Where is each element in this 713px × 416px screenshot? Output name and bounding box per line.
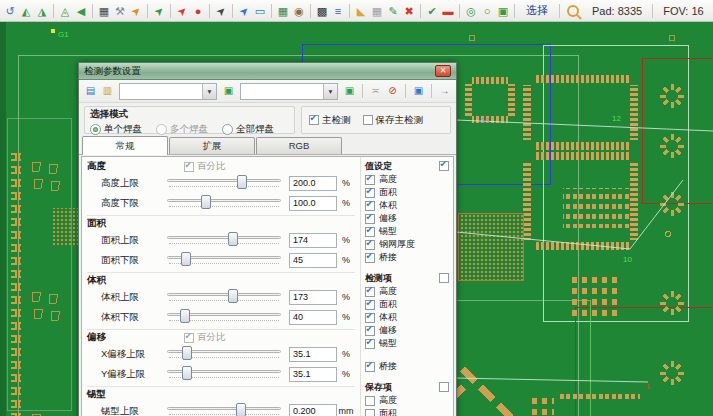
mirror-icon[interactable]: ◬ xyxy=(57,3,73,19)
magnifier-icon[interactable] xyxy=(567,5,579,17)
delete-icon[interactable]: ✖ xyxy=(401,3,417,19)
option-checkbox[interactable]: 体积 xyxy=(365,311,449,324)
tab-rgb[interactable]: RGB xyxy=(256,137,342,154)
rotate-icon[interactable]: ↺ xyxy=(2,3,18,19)
slider-ticks xyxy=(169,414,279,415)
pin-green-icon[interactable]: ➤ xyxy=(148,0,171,22)
slider-track[interactable] xyxy=(167,236,281,239)
sort-az-icon[interactable]: ≡ xyxy=(330,3,346,19)
group-master-checkbox[interactable] xyxy=(439,161,449,171)
exit-icon[interactable]: → xyxy=(437,84,452,99)
chevron-down-icon[interactable]: ▼ xyxy=(323,84,337,99)
slider-thumb[interactable] xyxy=(236,403,246,416)
slider-1-1[interactable] xyxy=(167,252,281,268)
save-params-icon[interactable]: ▥ xyxy=(100,84,115,99)
pin-dark-icon[interactable]: ➤ xyxy=(210,0,233,22)
apply-icon[interactable]: ✔ xyxy=(424,3,440,19)
option-checkbox[interactable]: 桥接 xyxy=(365,251,449,264)
option-checkbox[interactable]: 偏移 xyxy=(365,212,449,225)
select-mode-button[interactable]: 选择 xyxy=(526,3,548,18)
flip-horizontal-icon[interactable]: ◭ xyxy=(18,3,34,19)
slider-thumb[interactable] xyxy=(180,309,190,323)
option-checkbox[interactable]: 体积 xyxy=(365,199,449,212)
record-icon[interactable]: ◎ xyxy=(463,3,479,19)
option-checkbox[interactable]: 高度 xyxy=(365,394,449,407)
option-checkbox[interactable]: 面积 xyxy=(365,186,449,199)
value-field[interactable]: 200.0 xyxy=(289,176,337,191)
option-checkbox[interactable]: 桥接 xyxy=(365,360,449,373)
slider-3-0[interactable] xyxy=(167,346,281,362)
slider-2-0[interactable] xyxy=(167,289,281,305)
camera-icon[interactable]: ◉ xyxy=(291,3,307,19)
slider-3-1[interactable] xyxy=(167,366,281,382)
cone-icon[interactable]: ◀ xyxy=(73,3,89,19)
slider-track[interactable] xyxy=(167,179,281,182)
option-label: 偏移 xyxy=(379,212,397,225)
chevron-down-icon[interactable]: ▼ xyxy=(202,84,216,99)
group-master-checkbox[interactable] xyxy=(439,273,449,283)
slider-thumb[interactable] xyxy=(181,252,191,266)
value-field[interactable]: 174 xyxy=(289,233,337,248)
option-checkbox[interactable]: 偏移 xyxy=(365,324,449,337)
slider-thumb[interactable] xyxy=(182,346,192,360)
stop-icon[interactable]: ▬ xyxy=(440,3,456,19)
tab-general[interactable]: 常规 xyxy=(82,136,168,155)
value-field[interactable]: 35.1 xyxy=(289,367,337,382)
apply-params2-icon[interactable]: ▣ xyxy=(342,84,357,99)
cancel-icon[interactable]: ⊘ xyxy=(385,84,400,99)
slider-0-0[interactable] xyxy=(167,175,281,191)
main-detect-checkbox[interactable]: 主检测 xyxy=(309,114,351,127)
circle-icon[interactable]: ○ xyxy=(479,3,495,19)
slider-track[interactable] xyxy=(167,199,281,202)
slider-thumb[interactable] xyxy=(228,289,238,303)
adjust-icon[interactable]: ≍ xyxy=(368,84,383,99)
option-checkbox[interactable]: 高度 xyxy=(365,173,449,186)
save-main-detect-checkbox[interactable]: 保存主检测 xyxy=(363,114,424,127)
close-button[interactable]: ✕ xyxy=(435,65,451,77)
slider-thumb[interactable] xyxy=(201,195,211,209)
radio-all-pads[interactable]: 全部焊盘 xyxy=(222,123,274,136)
slider-1-0[interactable] xyxy=(167,232,281,248)
option-checkbox[interactable]: 锡型 xyxy=(365,337,449,350)
slider-4-0[interactable] xyxy=(167,403,281,416)
option-checkbox[interactable]: 面积 xyxy=(365,298,449,311)
option-checkbox[interactable]: 高度 xyxy=(365,285,449,298)
ruler-icon[interactable]: ◣ xyxy=(353,3,369,19)
square-icon[interactable]: ▣ xyxy=(495,3,511,19)
save-icon[interactable]: ▣ xyxy=(411,84,426,99)
value-field[interactable]: 40 xyxy=(289,310,337,325)
slider-2-1[interactable] xyxy=(167,309,281,325)
radio-multiple-pads[interactable]: 多个焊盘 xyxy=(156,123,208,136)
grid-icon[interactable]: ▩ xyxy=(314,3,330,19)
pin-orange-icon[interactable]: ➤ xyxy=(125,0,148,22)
slider-track[interactable] xyxy=(167,407,281,410)
edit-icon[interactable]: ✎ xyxy=(385,3,401,19)
option-checkbox[interactable]: 钢网厚度 xyxy=(365,238,449,251)
param-combo-2[interactable]: ▼ xyxy=(240,83,338,100)
group-master-checkbox[interactable] xyxy=(439,382,449,392)
option-checkbox[interactable]: 锡型 xyxy=(365,225,449,238)
tab-extended[interactable]: 扩展 xyxy=(169,137,255,154)
table-icon[interactable]: ▦ xyxy=(275,3,291,19)
option-checkbox[interactable]: 面积 xyxy=(365,407,449,416)
value-field[interactable]: 100.0 xyxy=(289,196,337,211)
image-icon[interactable]: ▦ xyxy=(96,3,112,19)
radio-single-pad[interactable]: 单个焊盘 xyxy=(90,123,142,136)
param-combo-1[interactable]: ▼ xyxy=(119,83,217,100)
value-field[interactable]: 35.1 xyxy=(289,347,337,362)
open-params-icon[interactable]: ▤ xyxy=(83,84,98,99)
slider-thumb[interactable] xyxy=(237,175,247,189)
grid-light-icon[interactable]: ▦ xyxy=(369,3,385,19)
dialog-titlebar[interactable]: 检测参数设置 ✕ xyxy=(79,63,456,80)
value-field[interactable]: 0.200 xyxy=(289,404,337,416)
slider-track[interactable] xyxy=(167,293,281,296)
percent-checkbox[interactable]: 百分比 xyxy=(184,160,226,173)
slider-0-1[interactable] xyxy=(167,195,281,211)
apply-params-icon[interactable]: ▣ xyxy=(221,84,236,99)
value-field[interactable]: 173 xyxy=(289,290,337,305)
slider-thumb[interactable] xyxy=(182,366,192,380)
value-field[interactable]: 45 xyxy=(289,253,337,268)
flip-vertical-icon[interactable]: ◮ xyxy=(34,3,50,19)
slider-thumb[interactable] xyxy=(228,232,238,246)
percent-checkbox[interactable]: 百分比 xyxy=(184,331,226,344)
